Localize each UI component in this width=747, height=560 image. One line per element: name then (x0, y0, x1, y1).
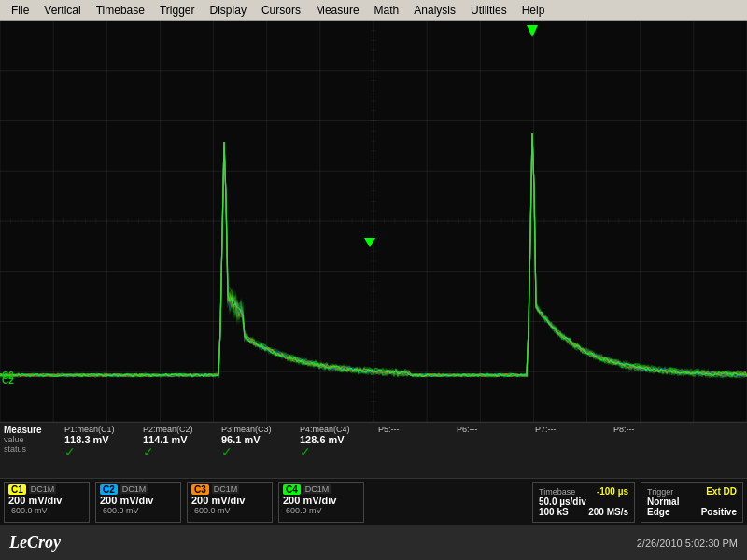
channel-1-block[interactable]: C1 DC1M 200 mV/div -600.0 mV (4, 482, 90, 523)
c4-coupling: DC1M (303, 484, 331, 494)
p5-header: P5:--- (378, 425, 444, 434)
c2-ground-marker: C2 (2, 375, 14, 385)
measure-p2: P2:mean(C2) 114.1 mV ✓ (143, 425, 208, 476)
timebase-memory: 100 kS (539, 507, 569, 517)
p1-header: P1:mean(C1) (64, 425, 130, 434)
channel-4-block[interactable]: C4 DC1M 200 mV/div -600.0 mV (278, 482, 364, 523)
menu-help[interactable]: Help (514, 2, 553, 19)
menu-file[interactable]: File (4, 2, 36, 19)
trigger-section[interactable]: Trigger Ext DD Normal Edge Positive (641, 482, 743, 523)
brand-row: LeCroy 2/26/2010 5:02:30 PM (0, 525, 747, 560)
timebase-label: Timebase (539, 487, 575, 497)
timebase-delay: -100 µs (597, 486, 628, 497)
timebase-samplerate: 200 MS/s (588, 507, 628, 517)
p4-status: ✓ (300, 445, 365, 458)
measure-value-label: value (4, 435, 55, 444)
c4-label: C4 (283, 484, 301, 495)
p3-header: P3:mean(C3) (221, 425, 287, 434)
p2-status: ✓ (143, 445, 208, 458)
menu-math[interactable]: Math (367, 2, 407, 19)
measure-p1: P1:mean(C1) 118.3 mV ✓ (64, 425, 130, 476)
info-bar: Measure value status P1:mean(C1) 118.3 m… (0, 422, 747, 560)
measure-section-label: Measure value status (4, 425, 55, 476)
p7-header: P7:--- (535, 425, 600, 434)
menu-timebase[interactable]: Timebase (89, 2, 152, 19)
c1-offset: -600.0 mV (8, 506, 85, 515)
c1-label: C1 (8, 484, 26, 495)
c3-label: C3 (191, 484, 209, 495)
measure-status-label: status (4, 444, 55, 454)
timestamp: 2/26/2010 5:02:30 PM (637, 538, 738, 549)
c2-coupling: DC1M (120, 484, 148, 494)
measure-p5: P5:--- (378, 425, 444, 476)
menu-measure[interactable]: Measure (308, 2, 367, 19)
trigger-type: Edge (647, 507, 669, 517)
p4-header: P4:mean(C4) (300, 425, 365, 434)
p8-header: P8:--- (613, 425, 679, 434)
timebase-trigger-block: Timebase -100 µs 50.0 µs/div 100 kS 200 … (532, 482, 743, 523)
c2-div: 200 mV/div (100, 495, 176, 506)
measure-p7: P7:--- (535, 425, 600, 476)
trigger-label: Trigger (647, 487, 673, 497)
measure-p3: P3:mean(C3) 96.1 mV ✓ (221, 425, 287, 476)
p2-header: P2:mean(C2) (143, 425, 208, 434)
c2-offset: -600.0 mV (100, 506, 176, 515)
menu-cursors[interactable]: Cursors (254, 2, 308, 19)
c3-div: 200 mV/div (191, 495, 268, 506)
waveform-canvas (0, 21, 747, 422)
trigger-slope: Positive (701, 507, 737, 517)
menu-bar: File Vertical Timebase Trigger Display C… (0, 0, 747, 21)
timebase-div: 50.0 µs/div (539, 497, 586, 507)
p1-status: ✓ (64, 445, 130, 458)
menu-trigger[interactable]: Trigger (152, 2, 203, 19)
menu-analysis[interactable]: Analysis (406, 2, 463, 19)
trigger-ext: Ext DD (706, 486, 737, 497)
trigger-position-marker (364, 238, 375, 247)
measure-title: Measure (4, 425, 55, 435)
menu-utilities[interactable]: Utilities (463, 2, 514, 19)
c2-label: C2 (100, 484, 118, 495)
trigger-mode: Normal (647, 497, 679, 507)
measure-p4: P4:mean(C4) 128.6 mV ✓ (300, 425, 365, 476)
channel-3-block[interactable]: C3 DC1M 200 mV/div -600.0 mV (187, 482, 273, 523)
timebase-section[interactable]: Timebase -100 µs 50.0 µs/div 100 kS 200 … (532, 482, 635, 523)
oscilloscope-screen: C2 (0, 21, 747, 422)
channel-row: C1 DC1M 200 mV/div -600.0 mV C2 DC1M 200… (0, 478, 747, 525)
p6-header: P6:--- (457, 425, 522, 434)
c3-coupling: DC1M (212, 484, 240, 494)
measure-row: Measure value status P1:mean(C1) 118.3 m… (0, 422, 747, 478)
menu-display[interactable]: Display (203, 2, 254, 19)
c1-div: 200 mV/div (8, 495, 85, 506)
menu-vertical[interactable]: Vertical (36, 2, 88, 19)
c1-coupling: DC1M (29, 484, 57, 494)
measure-p8: P8:--- (613, 425, 679, 476)
c4-offset: -600.0 mV (283, 506, 359, 515)
c3-offset: -600.0 mV (191, 506, 268, 515)
c4-div: 200 mV/div (283, 495, 359, 506)
p3-status: ✓ (221, 445, 287, 458)
measure-p6: P6:--- (457, 425, 522, 476)
lecroy-logo: LeCroy (9, 533, 61, 553)
channel-2-block[interactable]: C2 DC1M 200 mV/div -600.0 mV (95, 482, 181, 523)
